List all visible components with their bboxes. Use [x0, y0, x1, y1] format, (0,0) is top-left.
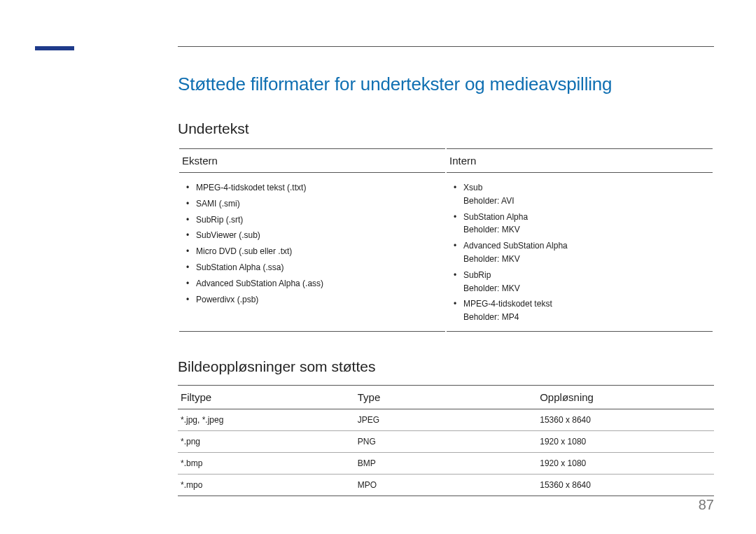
- cell-opplosning: 1920 x 1080: [537, 430, 714, 452]
- list-item-subtext: Beholder: MKV: [463, 281, 713, 295]
- list-item-subtext: Beholder: AVI: [463, 194, 713, 207]
- section-heading-undertekst: Undertekst: [178, 120, 714, 137]
- list-item: SubRip (.srt): [196, 212, 445, 228]
- list-item-text: SubRip: [463, 270, 491, 280]
- list-item: Advanced SubStation Alpha (.ass): [196, 276, 445, 292]
- list-item: MPEG-4-tidskodet tekst Beholder: MP4: [463, 296, 713, 325]
- list-item-text: MPEG-4-tidskodet tekst: [463, 299, 552, 309]
- page-number: 87: [699, 497, 714, 513]
- cell-type: MPO: [355, 474, 537, 496]
- cell-opplosning: 15360 x 8640: [537, 409, 714, 430]
- section-heading-bildeopplosninger: Bildeoppløsninger som støttes: [178, 358, 714, 375]
- list-item: MPEG-4-tidskodet tekst (.ttxt): [196, 180, 445, 196]
- list-item-text: Xsub: [463, 183, 482, 192]
- list-item: Advanced SubStation Alpha Beholder: MKV: [463, 238, 713, 267]
- subtitle-col-header-ekstern: Ekstern: [179, 148, 445, 173]
- table-row: *.jpg, *.jpeg JPEG 15360 x 8640: [178, 409, 714, 430]
- external-subtitle-list: MPEG-4-tidskodet tekst (.ttxt) SAMI (.sm…: [182, 180, 445, 307]
- top-rule: [178, 46, 714, 47]
- list-item-text: Advanced SubStation Alpha: [463, 241, 568, 251]
- cell-type: BMP: [355, 452, 537, 474]
- cell-opplosning: 15360 x 8640: [537, 474, 714, 496]
- subtitle-table: Ekstern Intern MPEG-4-tidskodet tekst (.…: [178, 147, 714, 333]
- list-item: SubStation Alpha Beholder: MKV: [463, 209, 713, 239]
- cell-filtype: *.mpo: [178, 474, 355, 496]
- cell-type: JPEG: [355, 409, 537, 430]
- cell-type: PNG: [355, 430, 537, 452]
- list-item: SubRip Beholder: MKV: [463, 267, 713, 297]
- page-title: Støttede filformater for undertekster og…: [178, 73, 714, 95]
- cell-filtype: *.bmp: [178, 452, 355, 474]
- list-item: Powerdivx (.psb): [196, 292, 445, 308]
- list-item: SubViewer (.sub): [196, 227, 445, 244]
- list-item: SAMI (.smi): [196, 196, 445, 212]
- subtitle-col-header-intern: Intern: [447, 148, 713, 173]
- image-col-header-opplosning: Oppløsning: [537, 385, 714, 409]
- section-tab-indicator: [35, 46, 74, 50]
- internal-subtitle-list: Xsub Beholder: AVI SubStation Alpha Beho…: [449, 180, 713, 325]
- cell-filtype: *.jpg, *.jpeg: [178, 409, 355, 430]
- list-item: Micro DVD (.sub eller .txt): [196, 244, 445, 260]
- list-item-subtext: Beholder: MKV: [463, 223, 713, 236]
- list-item: SubStation Alpha (.ssa): [196, 260, 445, 276]
- cell-opplosning: 1920 x 1080: [537, 452, 714, 474]
- table-row: *.mpo MPO 15360 x 8640: [178, 474, 714, 496]
- image-col-header-filtype: Filtype: [178, 385, 355, 409]
- list-item-subtext: Beholder: MKV: [463, 252, 713, 265]
- list-item-text: SubStation Alpha: [463, 212, 528, 222]
- table-row: *.png PNG 1920 x 1080: [178, 430, 714, 452]
- cell-filtype: *.png: [178, 430, 355, 452]
- page-content: Støttede filformater for undertekster og…: [178, 46, 714, 496]
- list-item-subtext: Beholder: MP4: [463, 310, 713, 323]
- table-row: *.bmp BMP 1920 x 1080: [178, 452, 714, 474]
- list-item: Xsub Beholder: AVI: [463, 180, 713, 209]
- image-col-header-type: Type: [355, 385, 537, 409]
- image-resolution-table: Filtype Type Oppløsning *.jpg, *.jpeg JP…: [178, 385, 714, 496]
